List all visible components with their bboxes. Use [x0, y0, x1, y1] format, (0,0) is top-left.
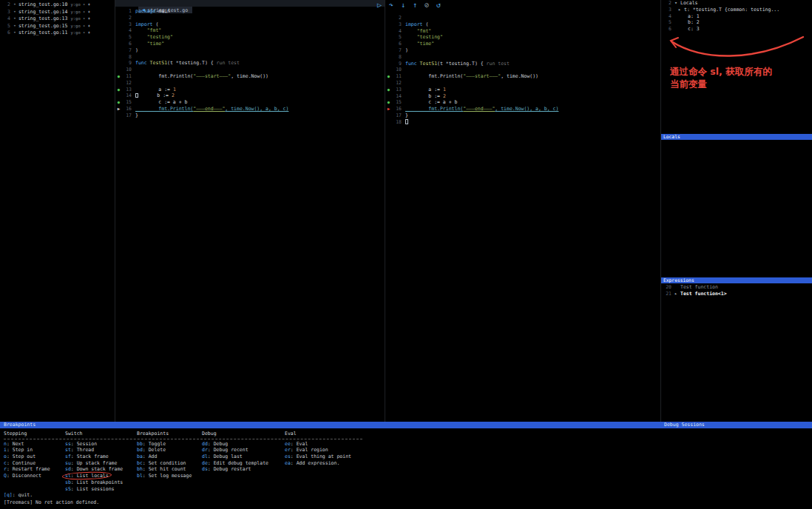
code-line[interactable]: ●15 c := a + b: [385, 99, 660, 106]
code-line[interactable]: 8: [115, 54, 385, 61]
code-line[interactable]: 7): [385, 47, 660, 54]
bullet-icon: •: [13, 16, 16, 23]
code-line[interactable]: 5 "testing": [385, 34, 660, 41]
breakpoint-dot-icon[interactable]: ●: [385, 99, 392, 106]
gutter: [115, 47, 122, 54]
expand-arrow-icon: ▾: [674, 0, 680, 7]
gutter: [115, 54, 122, 61]
gutter: [115, 15, 122, 21]
debug-step-out-icon[interactable]: ↑: [409, 0, 421, 10]
breakpoint-dot-icon[interactable]: ●: [115, 99, 122, 106]
code-line[interactable]: 7): [115, 47, 385, 54]
editor-left[interactable]: ●string_test.go 1package main23import (4…: [115, 0, 385, 422]
code-line[interactable]: 4 "fmt": [115, 27, 385, 34]
expressions-section-header[interactable]: Expressions: [661, 277, 812, 283]
hydra-hint: ba: Add: [137, 454, 202, 460]
code-line[interactable]: 17}: [115, 112, 385, 119]
code-line[interactable]: ●11 fmt.Println("———start———", time.Now(…: [115, 73, 385, 80]
code-line[interactable]: ●13 a := 1: [385, 87, 660, 93]
breakpoint-dot-icon[interactable]: ●: [115, 87, 122, 93]
expression-text: Test function: [680, 284, 718, 291]
hydra-hint: bc: Set condition: [137, 460, 202, 467]
debug-disconnect-icon[interactable]: ⊘: [421, 0, 433, 10]
debug-step-over-icon[interactable]: ↷: [385, 0, 397, 10]
breakpoint-list-item[interactable]: 6•string_test.go:11y:go • ♦: [0, 30, 115, 37]
hydra-hint: st: Thread: [65, 447, 137, 454]
gutter: [115, 60, 122, 67]
editor-right[interactable]: 23import (4 "fmt"5 "testing"6 "time"7)89…: [385, 0, 660, 422]
breakpoint-list-item[interactable]: 3•string_test.go:14y:go • ♦: [0, 9, 115, 16]
hydra-hint: r: Restart frame: [4, 466, 65, 473]
hint-key: sf: [65, 454, 71, 459]
code-line[interactable]: 14 b := 2: [115, 92, 385, 99]
code-line[interactable]: 12: [385, 80, 660, 87]
breakpoint-dot-icon[interactable]: ●: [385, 73, 392, 80]
hint-label: : Step out: [7, 454, 35, 459]
hydra-hint: de: Edit debug template: [202, 460, 285, 467]
code-line[interactable]: 1package main: [115, 8, 385, 15]
expression-item[interactable]: 21▸Test function<1>: [661, 291, 812, 297]
modeline-buffer-name: Debug Sessions: [664, 422, 705, 428]
debug-restart-icon[interactable]: ↺: [433, 0, 444, 10]
breakpoint-list-item[interactable]: 5•string_test.go:15y:go • ♦: [0, 23, 115, 30]
hint-label: : Edit debug template: [208, 460, 268, 466]
code-line[interactable]: 6 "time": [385, 41, 660, 47]
code-line[interactable]: 3import (: [385, 21, 660, 28]
line-number: 20: [661, 284, 671, 291]
bullet-icon: •: [13, 9, 16, 16]
code-line[interactable]: 12: [115, 80, 385, 87]
code-line[interactable]: ●15 c := a + b: [115, 99, 385, 106]
code-line[interactable]: 5 "testing": [115, 34, 385, 41]
code-line[interactable]: 4 "fmt": [385, 28, 660, 35]
locals-tree-item[interactable]: 3▸t: *testing.T {common: testing...: [661, 7, 812, 13]
hint-label: : Add expression.: [291, 460, 340, 466]
code-line[interactable]: 2: [115, 15, 385, 21]
line-number: 3: [122, 21, 132, 28]
code-line[interactable]: 9func TestS1(t *testing.T) { run test: [115, 60, 385, 67]
locals-tree-item[interactable]: 2▾Locals: [661, 0, 812, 7]
hydra-column-title: Eval: [285, 431, 373, 437]
code-line[interactable]: 8: [385, 54, 660, 61]
code-line[interactable]: ▶16 fmt.Println("———end———", time.Now(),…: [385, 106, 660, 112]
breakpoint-location: string_test.go:14: [18, 9, 68, 16]
breakpoint-list-item[interactable]: 4•string_test.go:13y:go • ♦: [0, 16, 115, 23]
breakpoint-dot-icon[interactable]: ●: [115, 73, 122, 80]
code-line[interactable]: 17}: [385, 112, 660, 119]
code-buffer[interactable]: 1package main23import (4 "fmt"5 "testing…: [115, 7, 385, 119]
code-line[interactable]: 10: [385, 67, 660, 73]
line-number: 6: [392, 41, 402, 47]
expression-item[interactable]: 20Test function: [661, 284, 812, 291]
hydra-hint: es: Eval thing at point: [285, 454, 373, 460]
line-number: 4: [122, 27, 132, 34]
code-text: c := a + b: [405, 99, 457, 106]
code-line[interactable]: ●13 a := 1: [115, 87, 385, 93]
code-text: }: [405, 112, 408, 119]
hint-label: : Debug last: [208, 454, 243, 459]
debug-step-in-icon[interactable]: ↓: [397, 0, 409, 10]
breakpoint-dot-icon[interactable]: ●: [385, 87, 392, 93]
quit-key: [q]: [4, 492, 13, 498]
code-line[interactable]: 14 b := 2: [385, 93, 660, 100]
code-line[interactable]: 9func TestS1(t *testing.T) { run test: [385, 61, 660, 67]
locals-tree-item[interactable]: 4a: 1: [661, 13, 812, 20]
debug-continue-icon[interactable]: ▷: [373, 0, 385, 10]
breakpoint-list-item[interactable]: 2•string_test.go:10y:go • ♦: [0, 1, 115, 9]
code-buffer[interactable]: 23import (4 "fmt"5 "testing"6 "time"7)89…: [385, 0, 660, 126]
hint-label: : Eval thing at point: [291, 454, 351, 459]
line-number: 2: [122, 15, 132, 21]
code-line[interactable]: ●11 fmt.Println("———start———", time.Now(…: [385, 73, 660, 80]
hint-label: : Debug: [208, 441, 228, 447]
code-line[interactable]: 2: [385, 15, 660, 21]
code-text: fmt.Println("———start———", time.Now()): [135, 73, 268, 80]
code-line[interactable]: 10: [115, 67, 385, 73]
annotation-text: 通过命令 sl, 获取所有的 当前变量: [670, 65, 772, 90]
locals-tree-item[interactable]: 5b: 2: [661, 19, 812, 26]
code-line[interactable]: 3import (: [115, 21, 385, 28]
code-line[interactable]: 18: [385, 119, 660, 126]
code-line[interactable]: ▶16 fmt.Println("———end———", time.Now(),…: [115, 106, 385, 112]
locals-section-header[interactable]: Locals: [661, 134, 812, 140]
code-line[interactable]: 6 "time": [115, 41, 385, 47]
code-text: fmt.Println("———start———", time.Now()): [405, 73, 538, 80]
breakpoint-meta: y:go • ♦: [70, 16, 90, 23]
hydra-column: ss: Sessionst: Threadsf: Stack framesu: …: [65, 441, 137, 493]
